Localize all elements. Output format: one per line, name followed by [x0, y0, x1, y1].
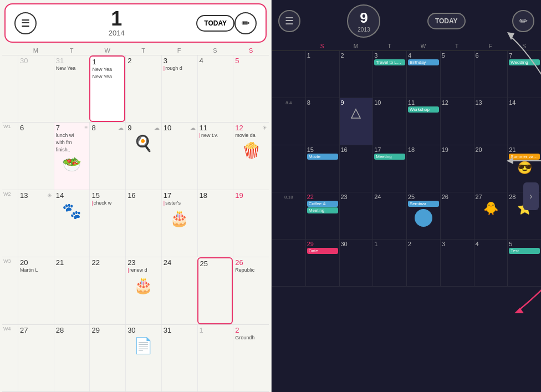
right-day-3[interactable]: 3 Travel to London	[372, 51, 406, 98]
right-week-row-4: 8.18 22 Coffee & Meeting 23 24 25 Semina…	[272, 192, 541, 240]
day-cell-8[interactable]: 8 ☁	[89, 123, 125, 189]
left-calendar-grid: M T W T F S S 30 31 New Yea 1 New Yea Ne…	[0, 46, 271, 392]
right-today-button[interactable]: TODAY	[427, 13, 466, 29]
event-newyear3: New Yea	[92, 74, 123, 80]
day-cell-2-next[interactable]: 2 Groundh	[233, 325, 269, 391]
right-day-4b[interactable]: 4	[474, 240, 508, 286]
right-day-4[interactable]: 4 Birthday	[406, 51, 440, 98]
right-day-26[interactable]: 26	[440, 192, 474, 239]
right-day-1b[interactable]: 1	[372, 240, 406, 286]
day-cell-15[interactable]: 15 check w	[89, 190, 125, 257]
day-cell-20[interactable]: 20 Martin L	[18, 257, 54, 324]
day-cell-24[interactable]: 24	[161, 257, 197, 324]
right-month-circle[interactable]: 9 2013	[347, 4, 380, 38]
right-day-13[interactable]: 13	[474, 98, 508, 145]
right-day-1[interactable]: 1	[305, 51, 339, 98]
left-header: ☰ 1 2014 TODAY ✏	[4, 3, 267, 43]
day-cell-12-sun[interactable]: 12 ☀ movie da 🍿	[233, 123, 269, 189]
right-day-5[interactable]: 5	[440, 51, 474, 98]
right-day-29[interactable]: 29 Date	[305, 240, 339, 286]
next-month-button[interactable]: ›	[523, 182, 539, 210]
right-day-11[interactable]: 11 Workshop	[406, 98, 440, 145]
right-day-2b[interactable]: 2	[406, 240, 440, 286]
day-cell-26-sun[interactable]: 26 Republic	[233, 257, 269, 324]
col-sat: S	[197, 47, 233, 54]
day-cell-10[interactable]: 10 ☁	[161, 123, 197, 189]
right-day-3b[interactable]: 3	[440, 240, 474, 286]
week-row-w4: W4 27 28 29 30 📄 31 1 2 Groundh	[2, 325, 269, 392]
right-day-10[interactable]: 10	[372, 98, 406, 145]
right-edit-button[interactable]: ✏	[512, 10, 534, 32]
day-header-row: M T W T F S S	[2, 46, 269, 55]
right-day-14[interactable]: 14	[507, 98, 541, 145]
emoji-duck: 🐥	[476, 201, 507, 216]
day-cell-28[interactable]: 28	[54, 325, 90, 391]
day-cell-13[interactable]: 13 ☀	[18, 190, 54, 257]
day-cell-31[interactable]: 31	[161, 325, 197, 391]
menu-icon: ☰	[21, 17, 30, 29]
month-title[interactable]: 1 2014	[37, 9, 196, 37]
event-workshop: Workshop	[408, 106, 439, 113]
right-day-25[interactable]: 25 Seminar	[406, 192, 440, 239]
right-day-9[interactable]: 9	[339, 98, 373, 145]
event-travel: Travel to London	[374, 59, 405, 65]
day-cell-30[interactable]: 30 📄	[125, 325, 161, 391]
event-checkw: check w	[91, 200, 124, 207]
menu-button[interactable]: ☰	[14, 12, 37, 34]
right-day-22[interactable]: 22 Coffee & Meeting	[305, 192, 339, 239]
day-cell-25[interactable]: 25	[197, 257, 233, 324]
right-day-17[interactable]: 17 Meeting	[372, 145, 406, 192]
svg-marker-3	[514, 308, 524, 313]
day-cell-16[interactable]: 16	[125, 190, 161, 257]
right-col-thu: T	[440, 43, 474, 49]
day-cell-31-prev[interactable]: 31 New Yea	[54, 55, 90, 122]
day-cell-7[interactable]: 7 ≡ lunch wi with frn finish.. 🥗	[54, 123, 90, 189]
event-sisters: sister's	[164, 200, 196, 207]
day-cell-14[interactable]: 14 🐾	[54, 190, 90, 257]
right-day-20[interactable]: 20	[474, 145, 508, 192]
edit-button[interactable]: ✏	[234, 12, 257, 34]
right-day-5b[interactable]: 5 Test	[507, 240, 541, 286]
right-day-19[interactable]: 19	[440, 145, 474, 192]
right-day-16[interactable]: 16	[339, 145, 373, 192]
right-day-7[interactable]: 7 Wedding	[507, 51, 541, 98]
right-day-30[interactable]: 30	[339, 240, 373, 286]
day-cell-6[interactable]: 6	[18, 123, 54, 189]
right-day-12[interactable]: 12	[440, 98, 474, 145]
day-cell-3[interactable]: 3 rough d	[161, 55, 197, 122]
day-cell-18[interactable]: 18	[197, 190, 233, 257]
day-cell-30-prev[interactable]: 30	[18, 55, 54, 122]
day-cell-22[interactable]: 22	[89, 257, 125, 324]
day-cell-21[interactable]: 21	[54, 257, 90, 324]
day-cell-1[interactable]: 1 New Yea New Yea	[89, 55, 125, 122]
day-cell-11[interactable]: 11 new t.v.	[197, 123, 233, 189]
right-day-2[interactable]: 2	[339, 51, 373, 98]
right-day-24[interactable]: 24	[372, 192, 406, 239]
event-newyear: New Yea	[56, 65, 88, 72]
edit-icon: ✏	[242, 17, 250, 29]
right-menu-button[interactable]: ☰	[278, 10, 300, 32]
emoji-popcorn: 🍿	[235, 141, 267, 160]
today-button[interactable]: TODAY	[196, 15, 234, 32]
right-day-18[interactable]: 18	[406, 145, 440, 192]
emoji-veggie: 🥗	[56, 155, 88, 174]
day-cell-19-sun[interactable]: 19	[233, 190, 269, 257]
day-cell-29[interactable]: 29	[89, 325, 125, 391]
day-cell-4[interactable]: 4	[197, 55, 233, 122]
emoji-cake2: 🎂	[127, 276, 160, 294]
right-day-23[interactable]: 23	[339, 192, 373, 239]
right-day-15[interactable]: 15 Movie	[305, 145, 339, 192]
day-cell-9[interactable]: 9 ☁ 🍳	[125, 123, 161, 189]
day-cell-27[interactable]: 27	[18, 325, 54, 391]
right-day-8[interactable]: 8	[305, 98, 339, 145]
day-cell-5-sun[interactable]: 5	[233, 55, 269, 122]
event-meeting2: Meeting	[307, 207, 338, 213]
day-cell-1-next[interactable]: 1	[197, 325, 233, 391]
week-row-w1: W1 6 7 ≡ lunch wi with frn finish.. 🥗 8 …	[2, 123, 269, 190]
right-day-number: 9	[360, 9, 368, 27]
right-day-6[interactable]: 6	[474, 51, 508, 98]
day-cell-23[interactable]: 23 renew d 🎂	[125, 257, 161, 324]
day-cell-17[interactable]: 17 sister's 🎂	[161, 190, 197, 257]
day-cell-2[interactable]: 2	[125, 55, 161, 122]
right-day-27[interactable]: 27 🐥	[474, 192, 508, 239]
